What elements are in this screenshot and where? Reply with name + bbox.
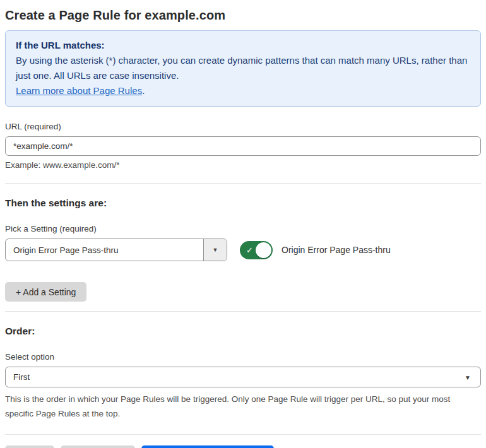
link-suffix: . [142,85,145,96]
divider [5,311,481,312]
check-icon: ✓ [246,246,253,254]
save-as-draft-button[interactable]: Save as Draft [61,445,136,448]
setting-dropdown-button[interactable]: ▼ [203,239,227,261]
footer-actions: Cancel Save as Draft Save and Deploy Pag… [5,445,481,448]
save-and-deploy-button[interactable]: Save and Deploy Page Rule [141,445,274,448]
cancel-button[interactable]: Cancel [5,445,54,448]
url-example-text: Example: www.example.com/* [5,160,481,170]
toggle-knob [256,242,271,258]
chevron-down-icon: ▼ [213,247,218,253]
order-select-value: First [13,372,30,382]
info-box-heading: If the URL matches: [16,38,470,53]
order-section-heading: Order: [5,326,481,337]
url-match-info-box: If the URL matches: By using the asteris… [5,30,481,107]
add-setting-button[interactable]: + Add a Setting [5,282,86,302]
chevron-down-icon: ▼ [465,374,471,380]
order-select[interactable]: First ▼ [5,367,481,387]
setting-dropdown[interactable]: Origin Error Page Pass-thru ▼ [5,239,227,261]
learn-more-link[interactable]: Learn more about Page Rules [16,85,142,96]
setting-toggle[interactable]: ✓ [240,241,273,259]
setting-row: Origin Error Page Pass-thru ▼ ✓ Origin E… [5,239,481,261]
setting-dropdown-value: Origin Error Page Pass-thru [6,239,203,261]
url-input[interactable] [5,136,481,156]
divider [5,183,481,184]
divider [5,434,481,435]
order-help-text: This is the order in which your Page Rul… [5,392,477,421]
settings-section-heading: Then the settings are: [5,197,481,209]
info-box-body: By using the asterisk (*) character, you… [16,53,470,83]
url-field-label: URL (required) [5,122,481,131]
page-title: Create a Page Rule for example.com [5,8,481,23]
info-box-link-line: Learn more about Page Rules. [16,83,470,98]
setting-toggle-label: Origin Error Page Pass-thru [282,245,391,255]
order-select-label: Select option [5,352,481,362]
pick-setting-label: Pick a Setting (required) [5,224,481,233]
